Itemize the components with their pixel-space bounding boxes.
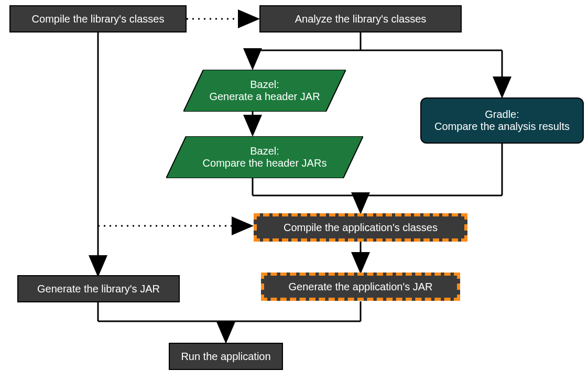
label: Compile the application's classes: [284, 222, 438, 234]
label-line2: Compare the header JARs: [203, 157, 327, 169]
node-compile-application: Compile the application's classes: [254, 213, 467, 242]
label-line1: Bazel:: [250, 79, 279, 91]
node-run-application: Run the application: [169, 343, 283, 370]
node-gradle-compare-results: Gradle: Compare the analysis results: [420, 97, 584, 144]
node-analyze-library: Analyze the library's classes: [259, 5, 462, 32]
label: Generate the application's JAR: [288, 281, 432, 293]
label: Analyze the library's classes: [295, 13, 427, 25]
label-line2: Generate a header JAR: [209, 91, 320, 103]
label-line2: Compare the analysis results: [434, 121, 570, 133]
node-generate-application-jar: Generate the application's JAR: [261, 273, 460, 301]
edges-layer: [0, 0, 588, 392]
node-generate-library-jar: Generate the library's JAR: [17, 275, 180, 302]
node-bazel-generate-header-jar: Bazel: Generate a header JAR: [183, 70, 346, 112]
label: Run the application: [181, 351, 270, 363]
node-compile-library: Compile the library's classes: [9, 5, 187, 32]
label-line1: Gradle:: [485, 108, 519, 121]
node-bazel-compare-header-jars: Bazel: Compare the header JARs: [166, 136, 363, 178]
label: Compile the library's classes: [32, 13, 165, 25]
label-line1: Bazel:: [250, 145, 279, 157]
label: Generate the library's JAR: [37, 283, 160, 295]
